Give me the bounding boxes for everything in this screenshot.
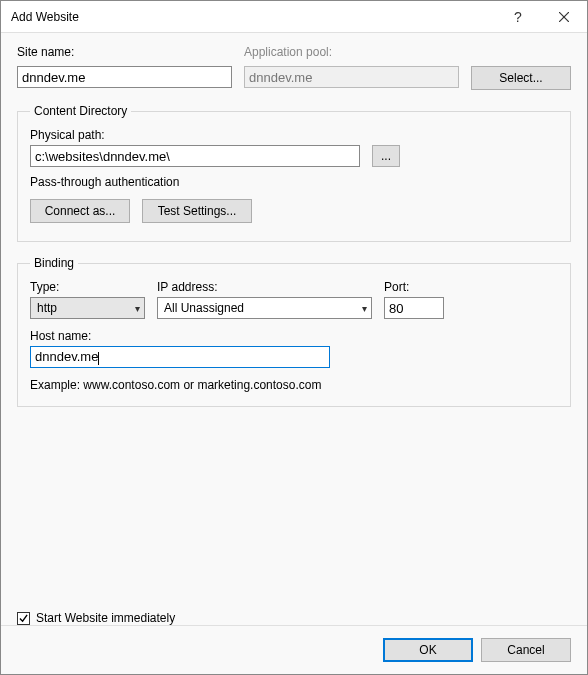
binding-legend: Binding	[30, 256, 78, 270]
content-directory-legend: Content Directory	[30, 104, 131, 118]
chevron-down-icon: ▾	[362, 303, 367, 314]
binding-type-select[interactable]: http ▾	[30, 297, 145, 319]
physical-path-label: Physical path:	[30, 128, 558, 142]
start-immediately-label: Start Website immediately	[36, 611, 175, 625]
binding-port-input[interactable]	[384, 297, 444, 319]
binding-host-value: dnndev.me	[35, 349, 99, 364]
titlebar: Add Website ?	[1, 1, 587, 33]
select-app-pool-button[interactable]: Select...	[471, 66, 571, 90]
physical-path-input[interactable]	[30, 145, 360, 167]
binding-type-value: http	[37, 301, 57, 315]
binding-ip-select[interactable]: All Unassigned ▾	[157, 297, 372, 319]
connect-as-button[interactable]: Connect as...	[30, 199, 130, 223]
binding-host-input[interactable]: dnndev.me	[30, 346, 330, 368]
content-directory-group: Content Directory Physical path: ... Pas…	[17, 104, 571, 242]
cancel-button[interactable]: Cancel	[481, 638, 571, 662]
app-pool-input	[244, 66, 459, 88]
start-immediately-checkbox[interactable]	[17, 612, 30, 625]
passthrough-auth-label: Pass-through authentication	[30, 175, 558, 189]
binding-port-label: Port:	[384, 280, 444, 294]
dialog-content: Site name: Application pool: Select... C…	[1, 33, 587, 674]
help-button[interactable]: ?	[495, 1, 541, 33]
site-name-input[interactable]	[17, 66, 232, 88]
binding-ip-label: IP address:	[157, 280, 372, 294]
window-title: Add Website	[11, 10, 495, 24]
test-settings-button[interactable]: Test Settings...	[142, 199, 252, 223]
binding-example-text: Example: www.contoso.com or marketing.co…	[30, 378, 558, 392]
chevron-down-icon: ▾	[135, 303, 140, 314]
close-icon	[559, 12, 569, 22]
browse-path-button[interactable]: ...	[372, 145, 400, 167]
binding-type-label: Type:	[30, 280, 145, 294]
app-pool-label: Application pool:	[244, 45, 459, 59]
ok-button[interactable]: OK	[383, 638, 473, 662]
binding-ip-value: All Unassigned	[164, 301, 244, 315]
checkmark-icon	[19, 614, 28, 623]
binding-host-label: Host name:	[30, 329, 558, 343]
binding-group: Binding Type: http ▾ IP address: All Una…	[17, 256, 571, 407]
add-website-dialog: Add Website ? Site name: Application poo…	[0, 0, 588, 675]
site-name-label: Site name:	[17, 45, 232, 59]
close-button[interactable]	[541, 1, 587, 33]
